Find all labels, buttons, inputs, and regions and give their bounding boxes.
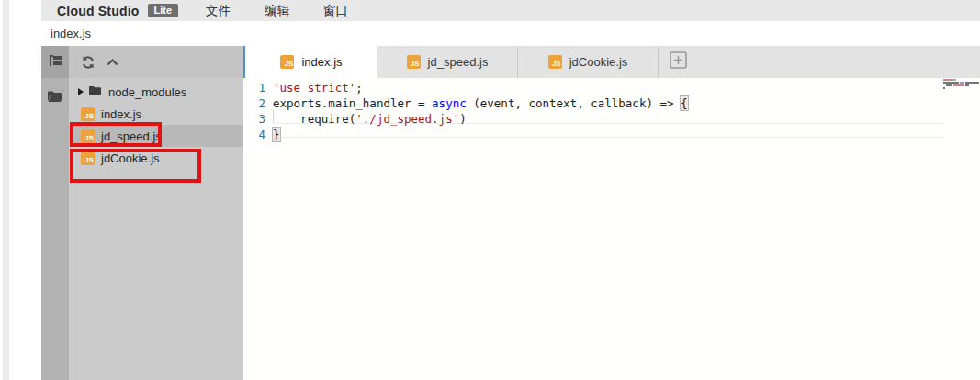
menu-item-2[interactable]: 窗口 (323, 3, 348, 19)
js-file-icon: JS (81, 107, 95, 121)
code-text: require('./jd_speed.js') (273, 111, 467, 127)
app-title: Cloud Studio (57, 4, 140, 18)
token-keyword: async (432, 96, 467, 110)
page: Cloud Studio Lite 文件编辑窗口 index.js (0, 0, 980, 380)
collapse-all-icon[interactable] (106, 57, 119, 68)
menu-item-1[interactable]: 编辑 (265, 3, 289, 19)
menu-items: 文件编辑窗口 (206, 3, 382, 19)
menu-bar: Cloud Studio Lite 文件编辑窗口 (41, 0, 980, 21)
token-plain: ) (459, 112, 467, 126)
tree-item-label: index.js (101, 107, 141, 121)
line-number: 3 (243, 111, 265, 127)
minimap-segment (960, 82, 964, 84)
tab-label: jdCookie.js (569, 55, 628, 69)
activity-bar (41, 46, 69, 380)
token-string: 'use strict' (273, 81, 355, 95)
breadcrumb-bar: index.js (41, 21, 980, 46)
line-number: 4 (243, 127, 265, 142)
token-plain: ; (355, 81, 363, 95)
folder-icon (88, 85, 102, 99)
tab-jd_speed-js[interactable]: JSjd_speed.js (377, 46, 518, 78)
folder-icon (47, 90, 63, 106)
main-area: node_modulesJSindex.jsJSjd_speed.jsJSjdC… (41, 46, 980, 380)
minimap-segment (965, 82, 979, 84)
minimap-line-3 (943, 84, 980, 86)
minimap[interactable] (943, 79, 980, 90)
plus-square-icon (670, 51, 687, 73)
tree-item-index-js[interactable]: JSindex.js (69, 103, 243, 125)
minimap-segment (943, 79, 952, 81)
code-line-3[interactable]: 3 require('./jd_speed.js') (243, 111, 980, 127)
tab-bar: JSindex.jsJSjd_speed.jsJSjdCookie.js (243, 46, 980, 78)
minimap-segment (965, 84, 969, 86)
tree-item-label: jdCookie.js (101, 151, 160, 165)
files-view-button[interactable] (41, 78, 69, 118)
token-plain: (event, context, callback) => (467, 96, 681, 110)
cloud-studio-app: Cloud Studio Lite 文件编辑窗口 index.js (41, 0, 980, 380)
tree-item-node_modules[interactable]: node_modules (69, 81, 243, 103)
tab-jdcookie-js[interactable]: JSjdCookie.js (518, 46, 659, 78)
token-bracket: { (681, 96, 688, 110)
code-lines: 1'use strict';2exports.main_handler = as… (243, 78, 980, 142)
tree-item-jd_speed-js[interactable]: JSjd_speed.js (69, 125, 243, 147)
line-number: 1 (243, 80, 265, 95)
tab-label: index.js (301, 55, 342, 69)
tree-item-label: node_modules (108, 85, 186, 99)
js-file-icon: JS (81, 129, 95, 143)
left-scrollbar-strip[interactable] (3, 0, 9, 380)
tab-index-js[interactable]: JSindex.js (243, 46, 377, 78)
js-file-icon: JS (407, 55, 421, 69)
explorer-toolbar (69, 46, 243, 78)
js-file-icon: JS (81, 151, 95, 165)
code-editor[interactable]: 1'use strict';2exports.main_handler = as… (243, 78, 980, 380)
token-bracket: } (273, 128, 280, 141)
tab-label: jd_speed.js (428, 55, 489, 69)
explorer-view-button[interactable] (41, 46, 69, 78)
token-plain: exports.main_handler = (273, 96, 432, 110)
code-line-2[interactable]: 2exports.main_handler = async (event, co… (243, 95, 980, 111)
tree-item-label: jd_speed.js (101, 129, 162, 143)
minimap-segment (943, 84, 945, 86)
minimap-segment (953, 84, 964, 86)
breadcrumb: index.js (51, 27, 91, 40)
code-line-1[interactable]: 1'use strict'; (243, 80, 980, 95)
token-string: './jd_speed.js' (355, 112, 459, 126)
editor-group: JSindex.jsJSjd_speed.jsJSjdCookie.js 1'u… (243, 46, 980, 380)
refresh-icon[interactable] (81, 55, 96, 70)
minimap-segment (952, 79, 956, 81)
tree-item-jdcookie-js[interactable]: JSjdCookie.js (69, 147, 243, 169)
code-text: exports.main_handler = async (event, con… (273, 95, 688, 111)
minimap-segment (943, 87, 945, 89)
minimap-line-4 (943, 87, 980, 89)
collapsed-arrow-icon (78, 88, 84, 95)
minimap-segment (943, 82, 959, 84)
js-file-icon: JS (280, 55, 294, 69)
js-file-icon: JS (548, 55, 562, 69)
lite-badge: Lite (148, 4, 179, 17)
minimap-segment (946, 84, 952, 86)
code-text: } (273, 127, 280, 142)
file-tree: node_modulesJSindex.jsJSjd_speed.jsJSjdC… (69, 78, 243, 169)
line-number: 2 (243, 95, 265, 111)
file-explorer-panel: node_modulesJSindex.jsJSjd_speed.jsJSjdC… (69, 46, 243, 380)
tree-view-icon (48, 53, 63, 72)
minimap-line-2 (943, 82, 980, 84)
minimap-line-1 (943, 79, 980, 81)
menu-item-0[interactable]: 文件 (206, 3, 231, 19)
code-text: 'use strict'; (273, 80, 363, 95)
code-line-4[interactable]: 4} (243, 127, 980, 142)
new-tab-button[interactable] (659, 46, 697, 78)
token-plain: require( (273, 112, 355, 126)
